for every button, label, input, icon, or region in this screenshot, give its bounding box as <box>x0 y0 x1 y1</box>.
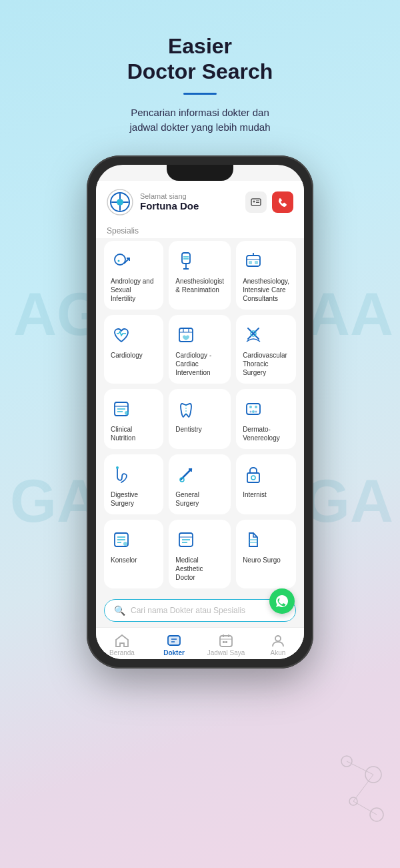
svg-point-42 <box>250 410 252 412</box>
neuro-surgo-icon <box>243 529 264 550</box>
specialty-medical-aesthetic-label: Medical Aesthetic Doctor <box>175 556 224 582</box>
app-header-icons <box>245 191 293 213</box>
dermato-icon <box>243 398 264 420</box>
specialty-neuro-surgo[interactable]: Neuro Surgo <box>236 520 296 588</box>
internist-icon <box>243 464 264 485</box>
cardiovascular-thoracic-icon <box>243 324 264 346</box>
specialty-internist[interactable]: Internist <box>236 454 296 514</box>
page-title: Easier Doctor Search <box>40 33 360 85</box>
specialty-general-surgery[interactable]: General Surgery <box>169 454 231 514</box>
nav-jadwal[interactable]: Jadwal Saya <box>200 633 252 657</box>
svg-rect-68 <box>223 641 225 643</box>
konselor-icon <box>111 529 132 550</box>
phone-button[interactable] <box>272 191 293 213</box>
nav-akun-label: Akun <box>271 649 286 657</box>
svg-point-48 <box>251 476 255 480</box>
svg-point-36 <box>125 411 129 415</box>
medical-aesthetic-icon <box>175 529 197 550</box>
svg-rect-60 <box>168 636 180 645</box>
phone-outer: Selamat siang Fortuna Doe Spesi <box>87 155 313 669</box>
anesthesiology-icu-icon <box>243 250 264 272</box>
greeting-name: Fortuna Doe <box>140 200 245 211</box>
specialty-konselor-label: Konselor <box>111 556 137 564</box>
nav-akun[interactable]: Akun <box>252 633 304 657</box>
header-subtitle: Pencarian informasi dokter dan jadwal do… <box>40 105 360 135</box>
search-bar[interactable]: 🔍 Cari nama Dokter atau Spesialis <box>104 599 296 622</box>
general-surgery-icon <box>175 464 197 485</box>
svg-point-9 <box>117 199 123 205</box>
specialty-neuro-surgo-label: Neuro Surgo <box>243 556 281 564</box>
specialty-cardiology-cardiac-label: Cardiology - Cardiac Intervention <box>175 351 224 377</box>
svg-point-2 <box>349 797 357 805</box>
svg-point-39 <box>249 406 252 408</box>
specialty-dentistry-label: Dentistry <box>175 425 201 434</box>
svg-point-41 <box>252 410 255 413</box>
specialty-dentistry[interactable]: Dentistry <box>169 389 231 449</box>
phone-screen: Selamat siang Fortuna Doe Spesi <box>96 181 304 659</box>
specialty-andrology-label: Andrology and Sexual Infertility <box>111 277 157 303</box>
specialty-dermato[interactable]: Dermato-Venereology <box>236 389 296 449</box>
nav-jadwal-label: Jadwal Saya <box>207 649 245 657</box>
nav-dokter-icon <box>167 633 181 648</box>
phone-inner: Selamat siang Fortuna Doe Spesi <box>96 165 304 659</box>
svg-point-16 <box>118 260 120 262</box>
header-section: Easier Doctor Search Pencarian informasi… <box>0 0 400 149</box>
dna-decoration <box>333 748 387 828</box>
bottom-nav: Beranda Dokter <box>96 627 304 659</box>
nav-akun-icon <box>271 633 285 648</box>
nav-dokter[interactable]: Dokter <box>148 633 200 657</box>
svg-line-6 <box>353 801 377 815</box>
dentistry-icon <box>175 398 197 420</box>
svg-rect-69 <box>225 641 227 643</box>
id-card-button[interactable] <box>245 191 267 213</box>
whatsapp-fab-button[interactable] <box>269 588 295 614</box>
svg-point-3 <box>370 808 383 821</box>
specialty-cardiology-label: Cardiology <box>111 351 143 360</box>
digestive-icon <box>111 464 132 485</box>
specialty-digestive[interactable]: Digestive Surgery <box>104 454 163 514</box>
specialty-anesthesiology-icu[interactable]: Anesthesiology, Intensive Care Consultan… <box>236 241 296 310</box>
specialty-cardiovascular-thoracic-label: Cardiovascular Thoracic Surgery <box>243 351 289 377</box>
svg-point-70 <box>275 636 281 641</box>
specialty-general-surgery-label: General Surgery <box>175 490 224 508</box>
svg-rect-25 <box>255 261 258 264</box>
search-placeholder-text: Cari nama Dokter atau Spesialis <box>131 606 245 615</box>
anesthesiologist-icon <box>175 250 197 272</box>
specialty-anesthesiologist-label: Anesthesiologist & Reanimation <box>175 277 224 294</box>
phone-notch <box>167 165 233 181</box>
svg-rect-24 <box>249 261 252 264</box>
andrology-icon <box>111 250 132 272</box>
svg-rect-22 <box>247 256 260 266</box>
specialty-anesthesiologist[interactable]: Anesthesiologist & Reanimation <box>169 241 231 310</box>
specialty-cardiovascular-thoracic[interactable]: Cardiovascular Thoracic Surgery <box>236 315 296 384</box>
cardiology-cardiac-icon <box>175 324 197 346</box>
specialty-cardiology-cardiac[interactable]: Cardiology - Cardiac Intervention <box>169 315 231 384</box>
specialty-dermato-label: Dermato-Venereology <box>243 425 289 442</box>
nav-dokter-label: Dokter <box>163 649 185 657</box>
svg-line-4 <box>347 761 373 775</box>
nav-beranda[interactable]: Beranda <box>96 633 148 657</box>
specialty-andrology[interactable]: Andrology and Sexual Infertility <box>104 241 163 310</box>
specialty-konselor[interactable]: Konselor <box>104 520 163 588</box>
specialty-medical-aesthetic[interactable]: Medical Aesthetic Doctor <box>169 520 231 588</box>
specialty-grid: Andrology and Sexual Infertility <box>96 238 304 594</box>
nav-jadwal-icon <box>219 633 233 648</box>
nav-beranda-icon <box>115 633 129 648</box>
section-label: Spesialis <box>96 221 304 238</box>
app-header: Selamat siang Fortuna Doe <box>96 181 304 221</box>
specialty-cardiology[interactable]: Cardiology <box>104 315 163 384</box>
svg-point-44 <box>116 466 119 469</box>
header-divider <box>183 93 217 95</box>
svg-point-43 <box>255 410 257 412</box>
svg-point-0 <box>341 756 352 767</box>
specialty-internist-label: Internist <box>243 490 267 499</box>
svg-point-1 <box>365 767 381 783</box>
specialty-clinical-nutrition[interactable]: Clinical Nutrition <box>104 389 163 449</box>
specialty-clinical-nutrition-label: Clinical Nutrition <box>111 425 157 442</box>
svg-point-40 <box>255 406 257 408</box>
svg-point-11 <box>253 200 255 202</box>
specialty-digestive-label: Digestive Surgery <box>111 490 157 508</box>
search-icon: 🔍 <box>114 605 125 616</box>
svg-rect-47 <box>247 473 259 482</box>
specialty-anesthesiology-icu-label: Anesthesiology, Intensive Care Consultan… <box>243 277 289 303</box>
